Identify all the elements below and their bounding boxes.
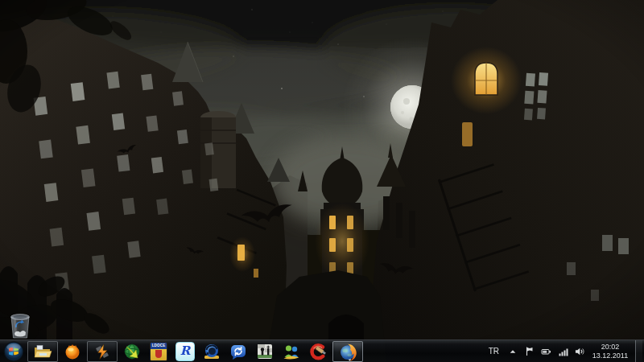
- start-button[interactable]: [0, 340, 27, 362]
- vignette: [0, 0, 644, 362]
- show-hidden-icons-chevron[interactable]: [507, 346, 518, 357]
- language-indicator[interactable]: TR: [487, 347, 501, 356]
- msn-messenger-icon: [282, 343, 301, 360]
- action-center-flag-icon[interactable]: [524, 346, 535, 357]
- realplayer-icon: R: [175, 342, 195, 361]
- orange-ball-player-icon: [64, 343, 81, 360]
- clock-date: 13.12.2011: [592, 352, 629, 360]
- taskbar-app-chess-game[interactable]: [253, 341, 277, 362]
- taskbar-app-ldoce-dictionary[interactable]: LDOCE: [147, 341, 171, 362]
- taskbar-clock[interactable]: 20:02 13.12.2011: [592, 343, 629, 360]
- windows-explorer-icon: [33, 343, 52, 360]
- firefox-icon: [338, 342, 357, 361]
- taskbar-app-ccleaner[interactable]: [306, 341, 330, 362]
- taskbar-app-msn-messenger[interactable]: [279, 341, 303, 362]
- volume-icon[interactable]: [575, 346, 585, 357]
- taskbar-app-dc-plus-plus[interactable]: [200, 341, 224, 362]
- system-tray: TR: [487, 340, 644, 362]
- desktop: LDOCE R: [0, 0, 644, 362]
- wallpaper-gothic-night: [0, 0, 644, 362]
- blue-chat-sync-icon: [229, 343, 247, 360]
- realplayer-letter: R: [180, 345, 190, 357]
- show-desktop-button[interactable]: [635, 340, 642, 362]
- taskbar-app-orange-ball-player[interactable]: [60, 341, 85, 362]
- windows-orb-icon: [3, 341, 24, 362]
- ccleaner-icon: [309, 343, 327, 360]
- taskbar-app-internet-download-manager[interactable]: [120, 341, 144, 362]
- internet-download-manager-icon: [123, 343, 141, 360]
- network-signal-icon[interactable]: [558, 346, 568, 357]
- clock-time: 20:02: [592, 343, 629, 352]
- taskbar-app-blue-chat-sync[interactable]: [226, 341, 250, 362]
- taskbar-apps: LDOCE R: [27, 340, 363, 362]
- dc-plus-plus-icon: [203, 343, 221, 360]
- recycle-bin-icon[interactable]: [6, 309, 34, 341]
- winamp-lightning-icon: [93, 343, 111, 360]
- ldoce-label: LDOCE: [151, 343, 167, 349]
- ldoce-dictionary-icon: LDOCE: [150, 342, 167, 361]
- taskbar: LDOCE R: [0, 339, 644, 362]
- taskbar-app-winamp[interactable]: [87, 341, 118, 362]
- taskbar-app-windows-explorer[interactable]: [27, 341, 58, 362]
- chess-game-icon: [257, 343, 273, 360]
- taskbar-app-firefox[interactable]: [332, 341, 363, 362]
- taskbar-app-realplayer[interactable]: R: [173, 341, 197, 362]
- power-battery-icon[interactable]: [541, 346, 551, 357]
